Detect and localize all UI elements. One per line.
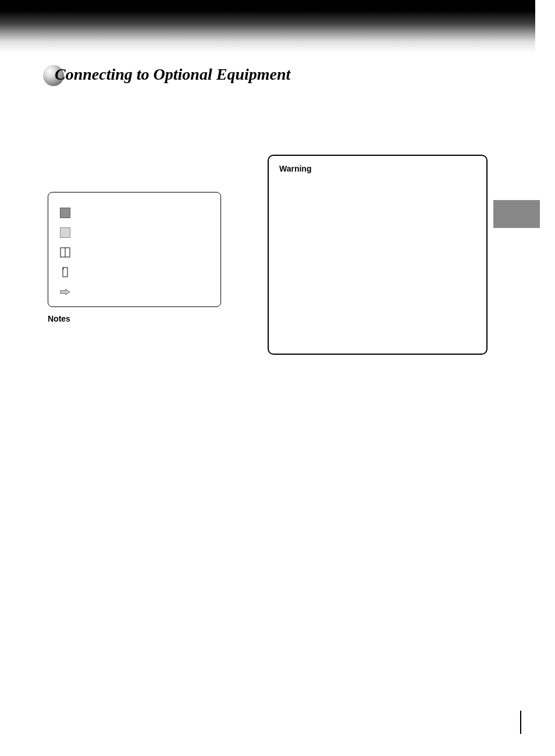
page-icon (59, 266, 72, 279)
legend-row (59, 243, 211, 262)
notes-label: Notes (48, 314, 70, 323)
legend-row (59, 282, 211, 302)
swatch-light-icon (59, 226, 72, 239)
warning-box: Warning (268, 155, 488, 355)
page: Connecting to Optional Equipment (0, 0, 555, 756)
book-icon (59, 246, 72, 259)
header-gradient (0, 0, 535, 52)
legend-row (59, 203, 211, 223)
swatch-dark-icon (59, 206, 72, 219)
legend-box (48, 192, 221, 307)
page-corner-rule-vertical (520, 711, 521, 734)
chapter-tab (493, 200, 540, 228)
page-title: Connecting to Optional Equipment (55, 65, 290, 84)
arrow-right-icon (59, 286, 72, 298)
legend-row (59, 223, 211, 243)
warning-label: Warning (279, 164, 476, 173)
legend-row (59, 262, 211, 282)
